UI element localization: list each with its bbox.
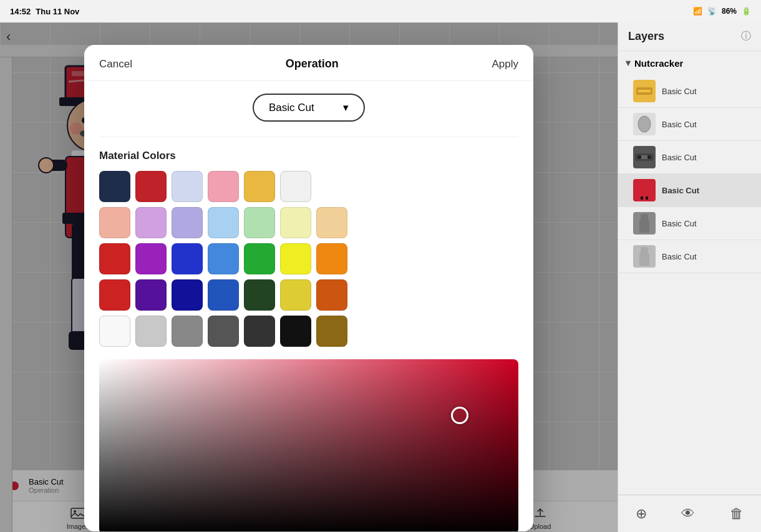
color-swatch[interactable] (280, 207, 311, 238)
sidebar-bottom-actions: ⊕ 👁 🗑 (618, 495, 761, 532)
layer-item[interactable]: Basic Cut (618, 141, 761, 174)
layer-label: Basic Cut (662, 186, 699, 195)
color-swatch[interactable] (316, 279, 347, 311)
signal-icon: 📶 (693, 7, 702, 16)
color-swatch[interactable] (316, 207, 347, 238)
operation-dropdown[interactable]: Basic Cut ▾ (253, 94, 365, 122)
time: 14:52 (10, 7, 31, 16)
svg-rect-31 (638, 90, 651, 92)
apply-button[interactable]: Apply (492, 58, 518, 70)
color-swatch[interactable] (135, 207, 167, 238)
svg-rect-36 (641, 155, 647, 159)
color-swatch[interactable] (280, 279, 311, 311)
eye-icon[interactable]: 👁 (681, 506, 695, 522)
color-swatch[interactable] (208, 171, 239, 202)
layer-thumbnail (633, 146, 656, 168)
color-swatch[interactable] (316, 316, 347, 347)
sidebar-title: Layers (628, 30, 664, 43)
modal-overlay: Cancel Operation Apply Basic Cut ▾ Mater… (0, 22, 618, 532)
svg-point-34 (637, 155, 641, 159)
color-swatch[interactable] (244, 207, 275, 238)
info-icon[interactable]: ⓘ (741, 30, 751, 43)
color-row-3 (99, 243, 518, 274)
date: Thu 11 Nov (36, 7, 79, 16)
svg-rect-41 (641, 214, 648, 220)
color-swatch[interactable] (244, 171, 275, 202)
layer-item[interactable]: Basic Cut (618, 75, 761, 108)
right-sidebar: Layers ⓘ ▾ Nutcracker Basic Cut Basic Cu… (618, 22, 761, 532)
layer-item-selected[interactable]: Basic Cut (618, 174, 761, 207)
color-swatch[interactable] (135, 279, 167, 311)
svg-rect-38 (638, 187, 651, 196)
color-swatch[interactable] (244, 316, 275, 347)
dropdown-value: Basic Cut (269, 102, 314, 114)
layer-label: Basic Cut (662, 219, 697, 228)
duplicate-icon[interactable]: ⊕ (636, 506, 647, 522)
color-row-4 (99, 279, 518, 311)
layer-group-header[interactable]: ▾ Nutcracker (618, 51, 761, 75)
color-swatch[interactable] (99, 279, 130, 311)
color-swatch[interactable] (172, 171, 203, 202)
layer-label: Basic Cut (662, 153, 697, 162)
svg-rect-37 (639, 181, 649, 187)
layer-item[interactable]: Basic Cut (618, 240, 761, 273)
color-swatch[interactable] (99, 207, 130, 238)
trash-icon[interactable]: 🗑 (730, 506, 744, 522)
layer-thumbnail (633, 212, 656, 235)
layer-group-name: Nutcracker (634, 58, 683, 69)
color-swatch[interactable] (135, 171, 167, 202)
color-row-1 (99, 171, 518, 202)
color-swatch[interactable] (244, 243, 275, 274)
wifi-icon: 📡 (707, 7, 717, 16)
svg-rect-42 (639, 220, 649, 233)
chevron-down-icon: ▾ (343, 101, 349, 114)
layer-item[interactable]: Basic Cut (618, 207, 761, 240)
layer-thumbnail (633, 80, 656, 102)
color-row-5 (99, 316, 518, 347)
svg-point-32 (638, 116, 651, 132)
color-picker-handle[interactable] (451, 407, 468, 424)
color-swatch[interactable] (172, 316, 203, 347)
color-swatch[interactable] (280, 171, 311, 202)
layer-thumbnail (633, 113, 656, 135)
svg-rect-39 (641, 196, 643, 200)
layer-label: Basic Cut (662, 120, 697, 129)
color-row-2 (99, 207, 518, 238)
layer-thumbnail (633, 179, 656, 201)
svg-rect-43 (641, 247, 648, 253)
color-swatch[interactable] (99, 171, 130, 202)
modal-header: Cancel Operation Apply (84, 45, 533, 81)
layer-label: Basic Cut (662, 87, 697, 96)
material-colors-label: Material Colors (99, 150, 518, 162)
svg-rect-44 (639, 253, 649, 266)
color-swatch[interactable] (172, 279, 203, 311)
status-bar: 14:52 Thu 11 Nov 📶 📡 86% 🔋 (0, 0, 761, 22)
color-swatch[interactable] (208, 243, 239, 274)
color-swatch[interactable] (208, 279, 239, 311)
color-swatch[interactable] (99, 243, 130, 274)
color-swatch[interactable] (135, 243, 167, 274)
cancel-button[interactable]: Cancel (99, 58, 132, 70)
battery-level: 86% (722, 7, 737, 16)
canvas-area: 💾 Make It ‹ (0, 22, 618, 532)
color-swatch[interactable] (208, 316, 239, 347)
svg-rect-40 (646, 196, 648, 200)
color-swatch[interactable] (208, 207, 239, 238)
color-swatch[interactable] (316, 243, 347, 274)
layer-thumbnail (633, 245, 656, 268)
color-swatch[interactable] (99, 316, 130, 347)
color-swatch[interactable] (172, 243, 203, 274)
color-picker-area[interactable] (99, 359, 518, 531)
color-grid (99, 171, 518, 347)
color-swatch[interactable] (280, 243, 311, 274)
svg-point-35 (647, 155, 651, 159)
color-swatch[interactable] (135, 316, 167, 347)
layer-item[interactable]: Basic Cut (618, 108, 761, 141)
modal-title: Operation (286, 57, 339, 70)
battery-icon: 🔋 (742, 7, 751, 16)
color-swatch[interactable] (280, 316, 311, 347)
color-swatch[interactable] (172, 207, 203, 238)
operation-dropdown-container: Basic Cut ▾ (99, 94, 518, 122)
modal-body: Basic Cut ▾ Material Colors (84, 81, 533, 531)
color-swatch[interactable] (244, 279, 275, 311)
